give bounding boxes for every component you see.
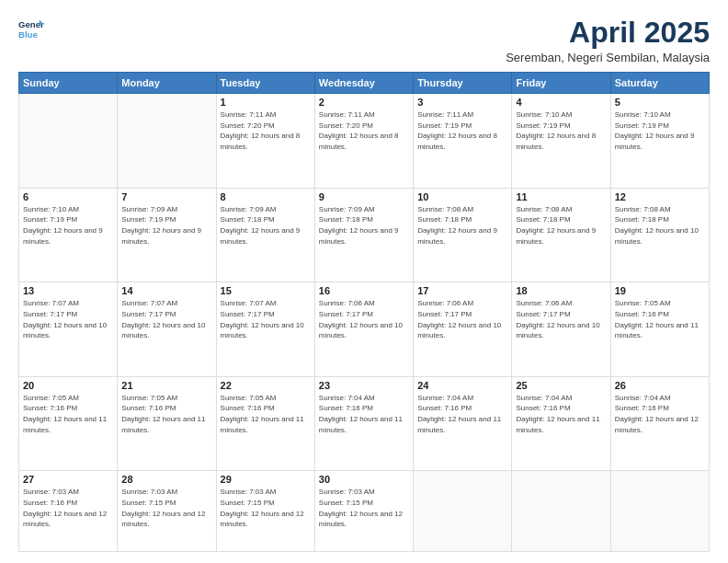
day-number: 15 <box>221 285 311 296</box>
cell-info: Sunrise: 7:08 AMSunset: 7:18 PMDaylight:… <box>516 204 606 247</box>
cell-info: Sunrise: 7:10 AMSunset: 7:19 PMDaylight:… <box>23 204 113 247</box>
cell-info: Sunrise: 7:06 AMSunset: 7:17 PMDaylight:… <box>319 298 409 340</box>
cell-info: Sunrise: 7:09 AMSunset: 7:18 PMDaylight:… <box>319 204 409 247</box>
calendar-cell-empty <box>414 471 512 552</box>
day-number: 26 <box>615 380 705 391</box>
location-subtitle: Seremban, Negeri Sembilan, Malaysia <box>506 51 710 64</box>
cell-info: Sunrise: 7:03 AMSunset: 7:15 PMDaylight:… <box>319 487 409 529</box>
day-number: 17 <box>417 285 507 296</box>
week-row-2: 6Sunrise: 7:10 AMSunset: 7:19 PMDaylight… <box>19 188 710 282</box>
calendar-cell-empty <box>118 94 216 189</box>
day-number: 7 <box>121 191 211 202</box>
cell-info: Sunrise: 7:06 AMSunset: 7:17 PMDaylight:… <box>516 298 606 340</box>
cell-info: Sunrise: 7:09 AMSunset: 7:19 PMDaylight:… <box>121 204 211 247</box>
calendar-cell-8: 8Sunrise: 7:09 AMSunset: 7:18 PMDaylight… <box>216 188 314 282</box>
day-number: 22 <box>221 380 311 391</box>
day-number: 1 <box>221 97 311 108</box>
day-number: 27 <box>23 474 113 485</box>
calendar-cell-1: 1Sunrise: 7:11 AMSunset: 7:20 PMDaylight… <box>216 94 314 189</box>
cell-info: Sunrise: 7:05 AMSunset: 7:16 PMDaylight:… <box>221 393 311 435</box>
week-row-5: 27Sunrise: 7:03 AMSunset: 7:16 PMDayligh… <box>19 471 710 552</box>
calendar-cell-empty <box>610 471 709 552</box>
calendar-cell-17: 17Sunrise: 7:06 AMSunset: 7:17 PMDayligh… <box>414 282 512 377</box>
title-block: April 2025 Seremban, Negeri Sembilan, Ma… <box>506 17 710 64</box>
calendar-cell-22: 22Sunrise: 7:05 AMSunset: 7:16 PMDayligh… <box>216 376 314 471</box>
month-year-title: April 2025 <box>506 17 710 49</box>
logo: General Blue <box>18 17 44 42</box>
day-number: 24 <box>417 380 507 391</box>
calendar-cell-4: 4Sunrise: 7:10 AMSunset: 7:19 PMDaylight… <box>512 94 610 189</box>
day-number: 14 <box>121 285 211 296</box>
cell-info: Sunrise: 7:05 AMSunset: 7:16 PMDaylight:… <box>23 393 113 435</box>
calendar-cell-15: 15Sunrise: 7:07 AMSunset: 7:17 PMDayligh… <box>216 282 314 377</box>
cell-info: Sunrise: 7:04 AMSunset: 7:16 PMDaylight:… <box>417 393 507 435</box>
day-number: 9 <box>319 191 409 202</box>
week-row-1: 1Sunrise: 7:11 AMSunset: 7:20 PMDaylight… <box>19 94 710 189</box>
cell-info: Sunrise: 7:11 AMSunset: 7:19 PMDaylight:… <box>417 109 507 152</box>
cell-info: Sunrise: 7:03 AMSunset: 7:16 PMDaylight:… <box>23 487 113 529</box>
cell-info: Sunrise: 7:05 AMSunset: 7:16 PMDaylight:… <box>121 393 211 435</box>
day-number: 6 <box>23 191 113 202</box>
day-number: 28 <box>121 474 211 485</box>
calendar-cell-25: 25Sunrise: 7:04 AMSunset: 7:16 PMDayligh… <box>512 376 610 471</box>
calendar-cell-9: 9Sunrise: 7:09 AMSunset: 7:18 PMDaylight… <box>314 188 413 282</box>
calendar-cell-27: 27Sunrise: 7:03 AMSunset: 7:16 PMDayligh… <box>19 471 118 552</box>
cell-info: Sunrise: 7:03 AMSunset: 7:15 PMDaylight:… <box>121 487 211 529</box>
col-header-thursday: Thursday <box>414 73 512 94</box>
calendar-cell-empty <box>512 471 610 552</box>
day-number: 8 <box>221 191 311 202</box>
cell-info: Sunrise: 7:05 AMSunset: 7:16 PMDaylight:… <box>615 298 705 340</box>
calendar-cell-14: 14Sunrise: 7:07 AMSunset: 7:17 PMDayligh… <box>118 282 216 377</box>
header: General Blue April 2025 Seremban, Negeri… <box>18 17 710 64</box>
calendar-cell-20: 20Sunrise: 7:05 AMSunset: 7:16 PMDayligh… <box>19 376 118 471</box>
calendar-cell-24: 24Sunrise: 7:04 AMSunset: 7:16 PMDayligh… <box>414 376 512 471</box>
day-number: 4 <box>516 97 606 108</box>
day-number: 16 <box>319 285 409 296</box>
svg-text:Blue: Blue <box>18 29 38 40</box>
col-header-friday: Friday <box>512 73 610 94</box>
calendar-cell-2: 2Sunrise: 7:11 AMSunset: 7:20 PMDaylight… <box>314 94 413 189</box>
calendar-cell-28: 28Sunrise: 7:03 AMSunset: 7:15 PMDayligh… <box>118 471 216 552</box>
cell-info: Sunrise: 7:04 AMSunset: 7:16 PMDaylight:… <box>615 393 705 435</box>
day-number: 12 <box>615 191 705 202</box>
calendar-cell-29: 29Sunrise: 7:03 AMSunset: 7:15 PMDayligh… <box>216 471 314 552</box>
calendar-cell-empty <box>19 94 118 189</box>
calendar-cell-26: 26Sunrise: 7:04 AMSunset: 7:16 PMDayligh… <box>610 376 709 471</box>
cell-info: Sunrise: 7:09 AMSunset: 7:18 PMDaylight:… <box>221 204 311 247</box>
cell-info: Sunrise: 7:04 AMSunset: 7:16 PMDaylight:… <box>516 393 606 435</box>
calendar-cell-11: 11Sunrise: 7:08 AMSunset: 7:18 PMDayligh… <box>512 188 610 282</box>
day-number: 2 <box>319 97 409 108</box>
cell-info: Sunrise: 7:10 AMSunset: 7:19 PMDaylight:… <box>516 109 606 152</box>
day-number: 10 <box>417 191 507 202</box>
day-number: 29 <box>221 474 311 485</box>
day-number: 30 <box>319 474 409 485</box>
calendar-cell-19: 19Sunrise: 7:05 AMSunset: 7:16 PMDayligh… <box>610 282 709 377</box>
cell-info: Sunrise: 7:07 AMSunset: 7:17 PMDaylight:… <box>121 298 211 340</box>
cell-info: Sunrise: 7:08 AMSunset: 7:18 PMDaylight:… <box>417 204 507 247</box>
day-number: 21 <box>121 380 211 391</box>
logo-icon: General Blue <box>18 17 44 42</box>
calendar-cell-6: 6Sunrise: 7:10 AMSunset: 7:19 PMDaylight… <box>19 188 118 282</box>
calendar-cell-13: 13Sunrise: 7:07 AMSunset: 7:17 PMDayligh… <box>19 282 118 377</box>
day-number: 3 <box>417 97 507 108</box>
day-number: 11 <box>516 191 606 202</box>
cell-info: Sunrise: 7:07 AMSunset: 7:17 PMDaylight:… <box>23 298 113 340</box>
calendar-cell-7: 7Sunrise: 7:09 AMSunset: 7:19 PMDaylight… <box>118 188 216 282</box>
calendar-cell-30: 30Sunrise: 7:03 AMSunset: 7:15 PMDayligh… <box>314 471 413 552</box>
cell-info: Sunrise: 7:11 AMSunset: 7:20 PMDaylight:… <box>221 109 311 152</box>
col-header-monday: Monday <box>118 73 216 94</box>
day-number: 13 <box>23 285 113 296</box>
col-header-sunday: Sunday <box>19 73 118 94</box>
day-number: 23 <box>319 380 409 391</box>
calendar-cell-3: 3Sunrise: 7:11 AMSunset: 7:19 PMDaylight… <box>414 94 512 189</box>
day-number: 5 <box>615 97 705 108</box>
day-number: 20 <box>23 380 113 391</box>
week-row-3: 13Sunrise: 7:07 AMSunset: 7:17 PMDayligh… <box>19 282 710 377</box>
day-number: 19 <box>615 285 705 296</box>
cell-info: Sunrise: 7:08 AMSunset: 7:18 PMDaylight:… <box>615 204 705 247</box>
col-header-saturday: Saturday <box>610 73 709 94</box>
calendar-header-row: SundayMondayTuesdayWednesdayThursdayFrid… <box>19 73 710 94</box>
col-header-tuesday: Tuesday <box>216 73 314 94</box>
page: General Blue April 2025 Seremban, Negeri… <box>0 0 728 563</box>
calendar-cell-16: 16Sunrise: 7:06 AMSunset: 7:17 PMDayligh… <box>314 282 413 377</box>
